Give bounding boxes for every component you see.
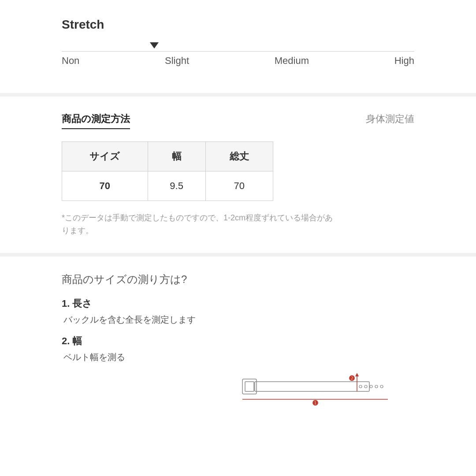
svg-rect-1 bbox=[242, 379, 257, 394]
svg-text:❷: ❷ bbox=[349, 375, 355, 382]
divider-1 bbox=[0, 93, 476, 97]
measurement-note: *このデータは手動で測定したものですので、1-2cm程度ずれている場合があります… bbox=[62, 212, 335, 237]
svg-point-6 bbox=[375, 385, 378, 388]
how-to-section: 商品のサイズの測り方は? 1. 長さ バックルを含む全長を測定します 2. 幅 … bbox=[62, 272, 414, 407]
step-2-title: 2. 幅 bbox=[62, 335, 414, 348]
step-1-title: 1. 長さ bbox=[62, 297, 414, 310]
tab-product[interactable]: 商品の測定方法 bbox=[62, 112, 130, 129]
svg-text:❶: ❶ bbox=[312, 399, 318, 407]
svg-point-5 bbox=[370, 385, 372, 388]
stretch-labels: Non Slight Medium High bbox=[62, 55, 414, 67]
stretch-track bbox=[62, 51, 414, 52]
belt-diagram: ❶ ❷ bbox=[62, 372, 414, 407]
stretch-slider: Non Slight Medium High bbox=[62, 42, 414, 80]
size-table: サイズ 幅 総丈 70 9.5 70 bbox=[62, 141, 273, 201]
step-1-desc: バックルを含む全長を測定します bbox=[62, 314, 414, 326]
belt-svg: ❶ ❷ bbox=[238, 372, 388, 407]
svg-rect-2 bbox=[245, 382, 254, 391]
how-to-title: 商品のサイズの測り方は? bbox=[62, 272, 414, 286]
table-cell-length: 70 bbox=[205, 171, 273, 201]
step-2-desc: ベルト幅を測る bbox=[62, 351, 414, 363]
table-row: 70 9.5 70 bbox=[62, 171, 273, 201]
stretch-label-non: Non bbox=[62, 55, 79, 67]
stretch-title: Stretch bbox=[62, 18, 414, 32]
svg-point-3 bbox=[359, 385, 362, 388]
svg-point-4 bbox=[364, 385, 367, 388]
table-cell-size: 70 bbox=[62, 171, 148, 201]
table-header-width: 幅 bbox=[148, 142, 205, 171]
table-header-size: サイズ bbox=[62, 142, 148, 171]
tab-body[interactable]: 身体測定値 bbox=[366, 112, 414, 129]
svg-point-7 bbox=[380, 385, 383, 388]
stretch-indicator bbox=[150, 42, 159, 48]
svg-marker-12 bbox=[355, 373, 359, 376]
divider-2 bbox=[0, 253, 476, 257]
measurement-tabs: 商品の測定方法 身体測定値 bbox=[62, 112, 414, 129]
stretch-label-high: High bbox=[394, 55, 414, 67]
stretch-label-slight: Slight bbox=[165, 55, 189, 67]
table-cell-width: 9.5 bbox=[148, 171, 205, 201]
table-header-length: 総丈 bbox=[205, 142, 273, 171]
svg-rect-0 bbox=[255, 382, 369, 391]
stretch-label-medium: Medium bbox=[275, 55, 309, 67]
measurement-section: 商品の測定方法 身体測定値 サイズ 幅 総丈 70 9.5 70 *このデータは… bbox=[62, 112, 414, 237]
